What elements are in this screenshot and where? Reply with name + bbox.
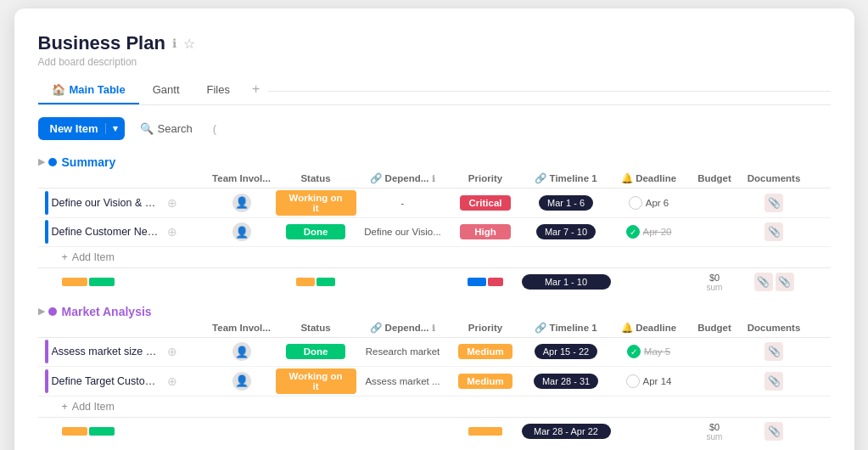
plus-icon: +: [62, 251, 68, 263]
doc-icon[interactable]: 📎: [764, 222, 783, 241]
avatar: 👤: [232, 342, 251, 361]
col-header-budget-1: Budget: [687, 323, 742, 333]
status-badge[interactable]: Working on it: [276, 190, 356, 216]
sum-col-status: [276, 278, 356, 286]
cell-depend[interactable]: Research market: [356, 346, 450, 357]
add-item-market[interactable]: + Add Item: [38, 397, 831, 417]
cell-depend[interactable]: -: [356, 198, 450, 208]
cell-priority[interactable]: Medium: [450, 374, 522, 389]
timeline-badge[interactable]: Mar 28 - 31: [534, 374, 598, 389]
board-description[interactable]: Add board description: [38, 56, 831, 68]
status-badge[interactable]: Working on it: [276, 368, 356, 394]
priority-badge[interactable]: Medium: [458, 374, 512, 389]
search-button[interactable]: 🔍 Search: [132, 118, 201, 139]
tab-main-table[interactable]: 🏠 Main Table: [38, 78, 139, 104]
cell-priority[interactable]: Critical: [450, 195, 522, 211]
sum-bar-done: [89, 278, 115, 286]
info-icon[interactable]: ℹ: [172, 37, 176, 50]
cell-timeline[interactable]: Mar 28 - 31: [522, 374, 611, 389]
cell-depend[interactable]: Assess market ...: [356, 376, 450, 386]
add-item-summary[interactable]: + Add Item: [38, 247, 831, 267]
sum-col-timeline: Mar 28 - Apr 22: [522, 424, 611, 439]
toolbar-extra[interactable]: (: [208, 118, 221, 139]
cell-docs: 📎: [742, 372, 806, 391]
status-badge[interactable]: Done: [286, 344, 345, 359]
add-subtask-icon[interactable]: ⊕: [167, 345, 177, 358]
deadline-check[interactable]: [626, 374, 640, 388]
link-icon-tl-1: 🔗: [535, 323, 546, 333]
deadline-check[interactable]: ✓: [626, 225, 640, 239]
cell-depend[interactable]: Define our Visio...: [356, 227, 450, 237]
tab-gantt[interactable]: Gantt: [139, 78, 193, 104]
sum-priority-bar: [488, 278, 503, 286]
doc-icon[interactable]: 📎: [776, 273, 794, 291]
task-name[interactable]: Define our Vision & Goals: [52, 197, 162, 209]
deadline-check[interactable]: [629, 196, 642, 210]
cell-timeline[interactable]: Mar 1 - 6: [522, 195, 611, 211]
col-header-timeline-0: 🔗 Timeline 1: [522, 172, 611, 184]
add-subtask-icon[interactable]: ⊕: [167, 374, 177, 388]
col-headers-market: Team Invol... Status 🔗 Depend... ℹ Prior…: [38, 318, 831, 338]
cell-status[interactable]: Working on it: [276, 368, 356, 394]
cell-avatar[interactable]: 👤: [208, 342, 276, 361]
group-market-title[interactable]: Market Analysis: [62, 305, 152, 318]
sum-priority-bar: [468, 278, 486, 286]
doc-icon[interactable]: 📎: [764, 194, 783, 212]
group-expand-icon[interactable]: ▶: [38, 306, 45, 317]
tab-add[interactable]: +: [244, 76, 268, 105]
new-item-button[interactable]: New Item ▾: [38, 117, 125, 140]
cell-avatar[interactable]: 👤: [208, 372, 276, 391]
cell-status[interactable]: Working on it: [276, 190, 356, 216]
deadline-check[interactable]: ✓: [627, 345, 641, 358]
deadline-value: Apr 6: [646, 198, 669, 208]
table-row: Define our Vision & Goals ⊕ 👤 Working on…: [38, 188, 831, 218]
add-subtask-icon[interactable]: ⊕: [167, 225, 177, 239]
task-name[interactable]: Define Customer Needs: [52, 226, 162, 238]
cell-timeline[interactable]: Apr 15 - 22: [522, 344, 611, 359]
sum-col-budget: $0 sum: [687, 273, 742, 292]
timeline-badge[interactable]: Mar 1 - 6: [539, 195, 593, 211]
group-expand-icon[interactable]: ▶: [38, 156, 45, 167]
cell-deadline[interactable]: Apr 6: [611, 196, 687, 210]
cell-task: Assess market size & scope ⊕: [38, 340, 208, 363]
cell-avatar[interactable]: 👤: [208, 222, 276, 241]
cell-deadline[interactable]: ✓ May 5: [611, 345, 687, 358]
status-badge[interactable]: Done: [286, 224, 345, 239]
tab-files[interactable]: Files: [193, 78, 244, 104]
doc-icon[interactable]: 📎: [764, 372, 783, 391]
cell-timeline[interactable]: Mar 7 - 10: [522, 224, 611, 239]
cell-status[interactable]: Done: [276, 224, 356, 239]
timeline-badge[interactable]: Mar 7 - 10: [536, 224, 596, 239]
doc-icon[interactable]: 📎: [764, 342, 783, 361]
sum-timeline-badge: Mar 1 - 10: [522, 274, 611, 290]
sum-col-priority: [450, 427, 522, 436]
col-header-deadline-1: 🔔 Deadline: [611, 322, 687, 334]
doc-icon[interactable]: 📎: [754, 273, 773, 291]
task-name[interactable]: Assess market size & scope: [52, 346, 162, 357]
plus-icon: +: [62, 401, 68, 413]
new-item-chevron[interactable]: ▾: [105, 123, 125, 134]
info-icon-depend-1: ℹ: [432, 323, 435, 333]
cell-avatar[interactable]: 👤: [208, 194, 276, 212]
timeline-badge[interactable]: Apr 15 - 22: [535, 344, 597, 359]
group-summary-title[interactable]: Summary: [62, 155, 116, 169]
col-header-docs-1: Documents: [742, 323, 806, 333]
bell-icon: 🔔: [621, 173, 633, 183]
group-market-summary-row: Mar 28 - Apr 22 $0 sum 📎: [38, 417, 831, 446]
add-subtask-icon[interactable]: ⊕: [167, 196, 177, 210]
priority-badge[interactable]: Medium: [458, 344, 512, 359]
priority-badge[interactable]: Critical: [460, 195, 511, 211]
star-icon[interactable]: ☆: [183, 36, 195, 52]
col-header-team-0: Team Invol...: [208, 173, 276, 183]
summary-bars-task-market: [38, 427, 208, 436]
task-name[interactable]: Define Target Customer & Need: [52, 375, 162, 387]
cell-status[interactable]: Done: [276, 344, 356, 359]
cell-docs: 📎: [742, 342, 806, 361]
priority-badge[interactable]: High: [460, 224, 511, 239]
cell-priority[interactable]: High: [450, 224, 522, 239]
cell-deadline[interactable]: Apr 14: [611, 374, 687, 388]
info-icon-depend: ℹ: [432, 174, 435, 183]
cell-priority[interactable]: Medium: [450, 344, 522, 359]
doc-icon[interactable]: 📎: [764, 422, 783, 441]
cell-deadline[interactable]: ✓ Apr 20: [611, 225, 687, 239]
